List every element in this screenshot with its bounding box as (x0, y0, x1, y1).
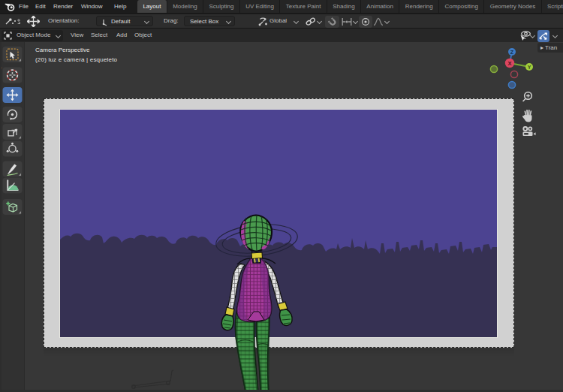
svg-text:Z: Z (510, 50, 514, 55)
svg-text:Y: Y (528, 65, 531, 70)
svg-text:X: X (507, 60, 511, 67)
